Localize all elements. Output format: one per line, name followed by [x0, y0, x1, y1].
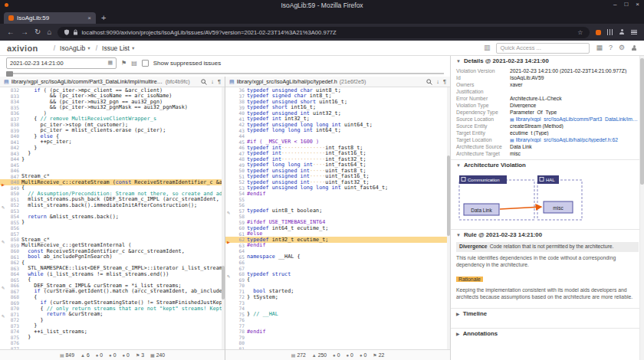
line-number: 70 — [232, 283, 247, 288]
code-text: { — [247, 277, 450, 283]
line-number: 80 — [232, 340, 247, 345]
chevron-down-icon: ▼ — [131, 46, 135, 51]
details-scrollbar[interactable] — [639, 56, 644, 360]
violation-arrow — [500, 207, 541, 209]
download-icon[interactable]: ↓ — [436, 79, 439, 85]
violation-marker-icon[interactable]: ▶ — [2, 182, 5, 187]
line-number: 41 — [232, 116, 247, 122]
target-component-box — [537, 180, 582, 220]
detail-label: Target Location — [451, 137, 510, 142]
detail-row: Dependency TypeParameter_Of_Type — [451, 109, 644, 116]
chevron-down-icon: ▼ — [87, 46, 90, 51]
scrollbar-thumb[interactable] — [640, 58, 644, 185]
line-number: 851 — [6, 197, 21, 202]
line-number: 861 — [6, 254, 21, 260]
quick-access-input[interactable] — [496, 43, 590, 54]
issue-count: ●0 — [360, 352, 366, 358]
bookmark-star-icon[interactable]: ☆ — [577, 29, 583, 36]
tracking-shield-icon[interactable] — [64, 29, 70, 35]
architecture-section-header[interactable]: ▼ Architecture Violation — [451, 159, 644, 170]
version-slider[interactable] — [6, 70, 444, 77]
forward-icon[interactable]: → — [21, 28, 28, 36]
search-icon[interactable] — [201, 79, 207, 85]
minimize-button[interactable]: – — [613, 1, 616, 8]
violation-marker-icon[interactable]: ▶ — [227, 240, 230, 244]
code-line: 63#endif — [225, 243, 450, 249]
code-line: 78#endif — [225, 329, 450, 335]
menu-icon[interactable] — [631, 30, 637, 35]
version-input[interactable]: 2021-02-23 14:21:00 ▦ — [6, 57, 117, 69]
dot-count-icon: ● — [109, 353, 112, 358]
rule-section-header[interactable]: ▼ Rule @ 2021-02-23 14:21:00 — [451, 229, 644, 240]
annotation-marker-icon[interactable]: ✎ — [2, 240, 5, 244]
breadcrumb-project[interactable]: IsoAgLib▼ — [60, 44, 91, 52]
issue-count: ⚑3 — [136, 352, 144, 358]
calendar-icon[interactable]: ▦ — [107, 60, 113, 66]
code-scrollbar[interactable] — [222, 87, 225, 349]
search-icon[interactable] — [426, 79, 432, 85]
warn-count-icon: ▲ — [80, 353, 85, 358]
breadcrumb-view[interactable]: Issue List▼ — [102, 44, 135, 52]
source-file-path[interactable]: library/xgpl_src/IsoAgLib/comm/Part3_Dat… — [12, 78, 163, 85]
app-icon — [5, 3, 8, 7]
user-icon[interactable] — [631, 45, 637, 51]
library-icon[interactable] — [607, 29, 613, 35]
slider-track[interactable] — [6, 73, 444, 74]
detail-label: Owners — [451, 82, 510, 87]
annotations-section-header[interactable]: ▶ Annotations — [451, 328, 644, 339]
flag-icon[interactable]: ⚑ — [121, 60, 127, 67]
detail-value-link[interactable]: library/xgpl_src/IsoAgLib/comm/Part3_Dat… — [516, 116, 644, 122]
back-icon[interactable]: ← — [7, 28, 15, 36]
reload-icon[interactable]: ↻ — [34, 28, 41, 36]
timeline-section-header[interactable]: ▶ Timeline — [451, 308, 644, 319]
detail-value: misc — [510, 151, 644, 156]
new-tab-button[interactable]: + — [101, 13, 106, 22]
history-icon[interactable]: ▤ — [131, 60, 137, 67]
settings-gear-icon[interactable]: ⚙ — [619, 44, 625, 51]
browser-tab[interactable]: IsoAgLib:59 × — [4, 12, 96, 24]
show-suppressed-checkbox[interactable] — [142, 60, 149, 67]
source-code-area[interactable]: 832 if ( (pc_iter->mpc_client == &arc_cl… — [0, 87, 225, 349]
issue-count: ▲250 — [312, 352, 327, 358]
detail-value-link[interactable]: library/xgpl_src/IsoAgLib/hal/pc/typedef… — [516, 137, 644, 142]
url-bar[interactable]: localhost:9090/axivion/projects/IsoAgLib… — [58, 27, 589, 38]
line-number: 61 — [232, 231, 247, 237]
formatting-icon[interactable]: ¶ — [218, 79, 221, 85]
close-button[interactable]: × — [636, 1, 639, 8]
code-text: typedef long long int int64_t; — [247, 127, 450, 133]
details-section-header[interactable]: ▼ Details @ 2021-02-23 14:21:00 — [451, 56, 644, 66]
target-node-label: misc — [553, 205, 564, 211]
flag-count-icon: ⚑ — [373, 352, 376, 358]
dashboard-grid-icon[interactable]: ▦ — [596, 44, 603, 51]
line-number: 72 — [232, 294, 247, 299]
tab-close-icon[interactable]: × — [87, 15, 91, 21]
formatting-icon[interactable]: ¶ — [443, 79, 446, 85]
annotation-marker-icon[interactable]: ✎ — [227, 274, 231, 279]
apps-grid-icon[interactable]: ▥ — [484, 44, 491, 51]
axivion-logo[interactable]: axivion — [7, 44, 38, 53]
code-text: #endif — [247, 329, 450, 335]
maximize-button[interactable]: □ — [624, 1, 628, 8]
account-icon[interactable] — [619, 29, 625, 35]
home-icon[interactable]: ⌂ — [47, 28, 51, 36]
download-icon[interactable]: ↓ — [211, 79, 214, 85]
line-number: 853 — [6, 208, 21, 214]
annotation-marker-icon[interactable]: ✎ — [2, 205, 5, 210]
target-code-area[interactable]: 36typedef unsigned char uint8_t;37typede… — [225, 87, 450, 349]
scrollbar-thumb[interactable] — [222, 266, 225, 299]
lock-icon[interactable] — [73, 29, 78, 35]
scrollbar-thumb[interactable] — [447, 155, 450, 236]
annotation-marker-icon[interactable]: ✎ — [2, 314, 5, 319]
annotation-marker-icon[interactable]: ✎ — [2, 286, 5, 290]
extension-icon[interactable] — [596, 30, 601, 35]
target-file-path[interactable]: library/xgpl_src/IsoAgLib/hal/pc/typedef… — [237, 78, 337, 85]
detail-row: IdIsoAgLib:AV59 — [451, 74, 644, 81]
code-line: 66 — [225, 260, 450, 266]
code-scrollbar[interactable] — [447, 87, 450, 349]
line-number: 856 — [6, 225, 21, 231]
detail-row: Target Location▤library/xgpl_src/IsoAgLi… — [451, 136, 644, 143]
annotation-marker-icon[interactable]: ✎ — [227, 211, 231, 215]
slider-handle[interactable] — [6, 71, 13, 77]
line-number: 58 — [232, 214, 247, 219]
help-icon[interactable]: ? — [609, 44, 613, 51]
